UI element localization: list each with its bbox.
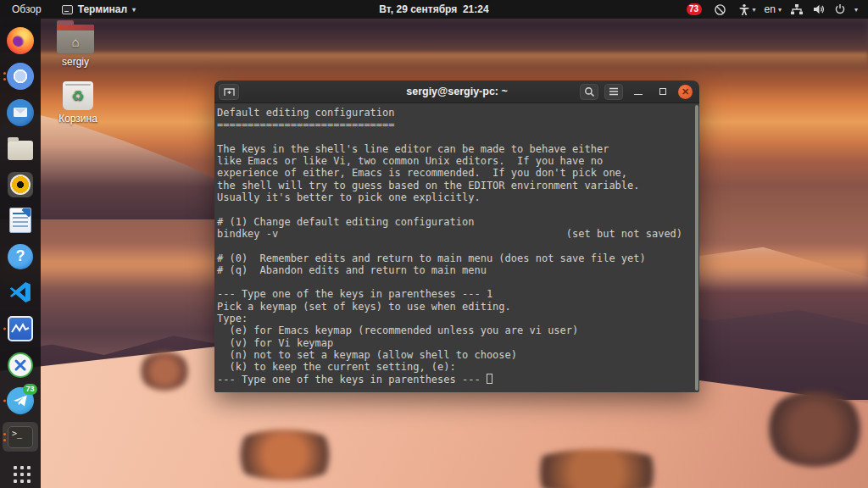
terminal-line [217,276,698,288]
volume-icon[interactable] [812,3,826,15]
dock-item-rhythmbox[interactable] [3,169,38,200]
terminal-line: (k) to keep the current setting, (e): [217,361,698,373]
close-button[interactable]: ✕ [678,85,693,99]
terminal-line: Default editing configuration [217,107,698,119]
running-indicator [3,433,6,441]
activities-button[interactable]: Обзор [0,0,53,19]
trash-icon: ♻ [63,81,93,110]
terminal-line [217,203,698,215]
accessibility-menu[interactable]: ▾ [738,3,756,16]
dock-item-thunderbird[interactable] [3,97,38,128]
vscode-icon [8,280,32,304]
chevron-down-icon: ▾ [778,6,782,14]
maximize-button[interactable] [654,84,672,100]
running-indicator [3,72,6,80]
tree-cluster [764,391,865,467]
dock: ? 73 [0,19,41,488]
remmina-icon [8,352,33,378]
terminal-line: Type: [217,313,698,324]
app-menu-terminal[interactable]: Терминал ▾ [53,0,144,19]
terminal-output: Default editing configuration===========… [217,107,698,385]
dock-item-files[interactable] [3,134,38,164]
terminal-line: # (1) Change default editing configurati… [217,216,698,228]
notification-badge[interactable]: 73 [687,3,702,15]
terminal-line: --- Type one of the keys in parentheses … [217,288,698,300]
language-label: en [765,3,776,15]
terminal-line: # (q) Abandon edits and return to main m… [217,264,698,276]
desktop-icon-label: Корзина [47,113,108,125]
system-tray: ▾ en ▾ ▾ [738,0,858,19]
running-indicator [3,328,6,330]
dock-item-terminal[interactable]: >_ [3,422,38,452]
terminal-cursor [487,374,492,384]
desktop-icon-trash[interactable]: ♻ Корзина [47,81,108,125]
dock-item-firefox[interactable] [3,25,38,56]
search-icon [584,86,595,97]
menu-button[interactable] [604,84,623,100]
app-grid-icon [11,463,31,483]
chevron-down-icon[interactable]: ▾ [854,6,858,14]
recycle-glyph: ♻ [71,87,84,105]
terminal-body[interactable]: Default editing configuration===========… [214,103,699,392]
terminal-line: # (0) Remember edits and return to main … [217,252,698,264]
terminal-line: (e) for Emacs keymap (recommended unless… [217,324,698,336]
top-bar: Обзор Терминал ▾ Вт, 29 сентября 21:24 7… [0,0,868,19]
terminal-line: ============================= [217,119,698,130]
dock-item-telegram[interactable]: 73 [3,385,38,416]
terminal-line: bindkey -v (set but not saved) [217,228,698,240]
desktop: Обзор Терминал ▾ Вт, 29 сентября 21:24 7… [0,0,868,488]
dock-item-remmina[interactable] [3,350,38,380]
terminal-window-icon [62,5,73,14]
dock-item-vscode[interactable] [3,278,38,308]
firefox-icon [7,27,34,54]
files-icon [8,141,33,160]
hamburger-icon [609,87,619,96]
app-menu-label: Терминал [78,3,127,15]
terminal-window: sergiy@sergiy-pc: ~ ✕ Default editing co… [214,80,699,392]
telegram-unread-badge: 73 [23,384,37,395]
chevron-down-icon: ▾ [132,6,136,14]
help-icon: ? [8,244,33,269]
wired-network-icon[interactable] [790,3,804,15]
thunderbird-icon [7,99,34,126]
do-not-disturb-icon[interactable] [714,3,726,16]
dock-item-help[interactable]: ? [3,241,38,272]
terminal-line: (v) for Vi keymap [217,337,698,349]
minimize-icon [634,94,643,96]
terminal-line: Usually it's better to pick one explicit… [217,191,698,203]
terminal-line: (n) not to set a keymap (allow shell to … [217,349,698,361]
terminal-prompt-line: --- Type one of the keys in parentheses … [217,374,698,385]
home-folder-icon: ⌂ [57,25,94,53]
scrollbar[interactable] [695,105,698,391]
chromium-icon [7,63,34,90]
terminal-line: experience of either, Emacs is recommend… [217,167,698,179]
terminal-line: the shell will try to guess based on the… [217,180,698,191]
dock-item-libreoffice-writer[interactable] [3,206,38,236]
terminal-line [217,131,698,143]
terminal-line [217,240,698,252]
maximize-icon [659,88,666,95]
new-tab-button[interactable] [219,84,239,100]
terminal-icon: >_ [8,426,33,448]
desktop-icon-home[interactable]: ⌂ sergiy [45,25,106,68]
system-monitor-icon [8,316,33,341]
dock-item-chromium[interactable] [3,62,38,92]
tree-cluster [139,352,190,391]
rhythmbox-icon [8,172,33,197]
cloud-glow [0,53,868,68]
dock-item-system-monitor[interactable] [3,313,38,344]
power-icon[interactable] [834,3,846,15]
language-indicator[interactable]: en ▾ [765,3,782,15]
show-applications-button[interactable] [3,458,38,488]
minimize-button[interactable] [629,84,648,100]
running-indicator [3,400,6,402]
terminal-titlebar[interactable]: sergiy@sergiy-pc: ~ ✕ [214,80,699,103]
terminal-line: The keys in the shell's line editor can … [217,143,698,155]
terminal-line: Pick a keymap (set of keys) to use when … [217,301,698,313]
search-button[interactable] [580,84,598,100]
libreoffice-writer-icon [9,208,31,233]
tree-cluster [225,430,344,480]
terminal-line: like Emacs or like Vi, two common Unix e… [217,155,698,167]
chevron-down-icon: ▾ [753,6,756,14]
home-glyph: ⌂ [71,35,79,49]
